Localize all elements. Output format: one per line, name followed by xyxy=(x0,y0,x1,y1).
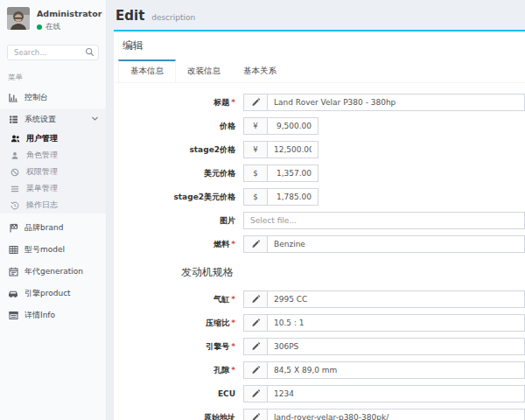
page-subtitle: description xyxy=(151,13,195,22)
stage2-usd-price-input[interactable] xyxy=(268,189,318,205)
original-url-input[interactable] xyxy=(268,410,524,420)
tab-basic-relations[interactable]: 基本关系 xyxy=(232,60,288,82)
main-content: Edit description 编辑 基本信息 改装信息 基本关系 标题* 价… xyxy=(107,0,525,420)
sidebar-item-operation-log[interactable]: 操作日志 xyxy=(0,197,106,214)
sidebar-item-label: 品牌brand xyxy=(24,222,63,234)
user-panel: Administrator 在线 xyxy=(0,0,106,38)
field-label: 原始地址 xyxy=(114,412,243,420)
sidebar-item-product[interactable]: 引擎product xyxy=(0,283,106,304)
field-label: 图片 xyxy=(114,215,243,227)
pencil-icon xyxy=(244,339,268,354)
field-label: 美元价格 xyxy=(114,168,243,179)
sidebar-item-label: 年代generation xyxy=(24,266,83,277)
tab-bar: 基本信息 改装信息 基本关系 xyxy=(114,60,525,83)
online-status-label: 在线 xyxy=(46,22,60,32)
tab-basic-info[interactable]: 基本信息 xyxy=(118,60,176,82)
price-input[interactable] xyxy=(268,118,318,134)
field-label: 燃料* xyxy=(114,239,243,250)
sidebar-item-system-settings[interactable]: 系统设置 xyxy=(0,108,106,130)
form-row-original-url: 原始地址 xyxy=(114,409,525,420)
sidebar-item-model[interactable]: 型号model xyxy=(0,239,106,261)
flag-checkered-icon xyxy=(8,223,18,233)
page-title: Edit xyxy=(116,8,144,24)
form-row-price: 价格 ¥ xyxy=(114,117,525,135)
sidebar-item-label: 型号model xyxy=(24,244,65,256)
form-row-ecu: ECU xyxy=(114,385,525,402)
edit-panel: 编辑 基本信息 改装信息 基本关系 标题* 价格 ¥ xyxy=(114,30,525,420)
sidebar-item-permission-management[interactable]: 权限管理 xyxy=(0,164,106,180)
compression-ratio-input[interactable] xyxy=(268,315,524,331)
form-row-stage2-price: stage2价格 ¥ xyxy=(114,141,525,158)
fuel-input[interactable] xyxy=(268,236,524,252)
calendar-icon xyxy=(8,267,18,276)
yuan-addon: ¥ xyxy=(244,142,268,158)
field-label: stage2价格 xyxy=(114,144,243,156)
users-icon xyxy=(10,134,20,144)
pencil-icon xyxy=(244,410,268,420)
file-select-input[interactable]: Select file... xyxy=(243,212,525,229)
sidebar-item-dashboard[interactable]: 控制台 xyxy=(0,87,106,108)
sidebar-item-label: 引擎product xyxy=(24,288,71,299)
field-label: stage2美元价格 xyxy=(114,192,243,203)
ecu-input[interactable] xyxy=(268,386,524,402)
field-label: 引擎号* xyxy=(114,341,243,353)
dollar-addon: $ xyxy=(244,189,268,205)
search-icon[interactable] xyxy=(85,47,94,59)
content-header: Edit description xyxy=(107,0,525,30)
field-label: 价格 xyxy=(114,121,243,132)
form-row-bore: 孔隙* xyxy=(114,361,525,379)
list-alt-icon xyxy=(8,311,18,320)
car-icon xyxy=(8,289,18,298)
sidebar-item-label: 控制台 xyxy=(24,92,48,103)
stage2-price-input[interactable] xyxy=(268,142,318,158)
engine-specs-heading: 发动机规格 xyxy=(181,265,525,280)
form-row-fuel: 燃料* xyxy=(114,235,525,253)
online-status-icon xyxy=(37,24,42,30)
th-list-icon xyxy=(8,115,18,124)
tab-modification-info[interactable]: 改装信息 xyxy=(176,60,232,82)
form-row-engine-number: 引擎号* xyxy=(114,338,525,355)
field-label: 标题* xyxy=(114,97,243,108)
required-marker: * xyxy=(231,98,235,107)
required-marker: * xyxy=(231,240,235,248)
avatar xyxy=(7,7,30,30)
sidebar-item-brand[interactable]: 品牌brand xyxy=(0,217,106,239)
sidebar-item-role-management[interactable]: 角色管理 xyxy=(0,147,106,164)
sidebar-submenu: 用户管理 角色管理 权限管理 xyxy=(0,130,106,214)
edit-form: 标题* 价格 ¥ stage2价格 ¥ xyxy=(114,83,525,420)
panel-title: 编辑 xyxy=(114,32,525,58)
chevron-down-icon xyxy=(91,115,99,124)
title-input[interactable] xyxy=(268,94,524,110)
user-name: Administrator xyxy=(37,9,102,18)
list-icon xyxy=(10,185,20,193)
usd-price-input[interactable] xyxy=(268,165,318,181)
sidebar-item-menu-management[interactable]: 菜单管理 xyxy=(0,180,106,197)
avatar-photo xyxy=(7,7,30,30)
sidebar-item-user-management[interactable]: 用户管理 xyxy=(0,130,106,147)
field-label: 压缩比* xyxy=(114,318,243,329)
sidebar-item-label: 用户管理 xyxy=(26,133,58,144)
field-label: 孔隙* xyxy=(114,365,243,376)
required-marker: * xyxy=(231,295,235,304)
form-row-usd-price: 美元价格 $ xyxy=(114,164,525,182)
sidebar-item-label: 操作日志 xyxy=(26,200,58,211)
required-marker: * xyxy=(231,318,235,327)
sidebar-item-label: 权限管理 xyxy=(26,166,58,178)
sidebar-item-label: 角色管理 xyxy=(26,150,58,161)
cylinder-input[interactable] xyxy=(268,291,524,307)
sidebar-item-label: 菜单管理 xyxy=(26,183,58,194)
pencil-icon xyxy=(244,236,268,252)
bore-input[interactable] xyxy=(268,362,524,378)
user-icon xyxy=(10,151,20,160)
pencil-icon xyxy=(244,386,268,402)
pencil-icon xyxy=(244,315,268,331)
ban-icon xyxy=(10,168,20,177)
form-row-title: 标题* xyxy=(114,94,525,111)
sidebar-section-label: 菜单 xyxy=(0,64,106,87)
sidebar-item-generation[interactable]: 年代generation xyxy=(0,261,106,283)
sidebar-item-info[interactable]: 详情Info xyxy=(0,304,106,326)
pencil-icon xyxy=(244,94,268,110)
sidebar-search xyxy=(7,45,99,60)
engine-number-input[interactable] xyxy=(268,339,524,354)
sidebar: Administrator 在线 菜单 控制台 xyxy=(0,0,107,420)
